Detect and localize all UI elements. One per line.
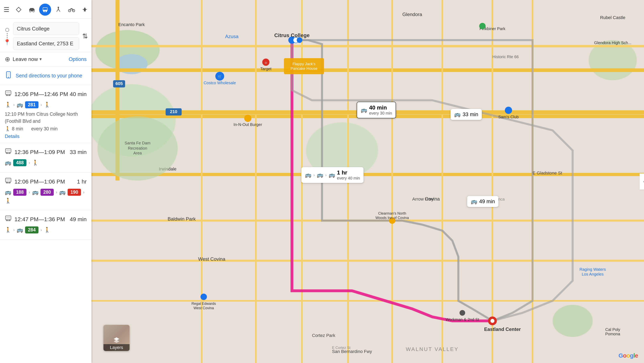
swap-button[interactable]: ⇅: [82, 32, 88, 40]
svg-text:Encanto Park: Encanto Park: [118, 22, 145, 27]
transport-btn-bike[interactable]: [66, 4, 78, 16]
route-dots: [6, 33, 8, 38]
tooltip-bus-icon-3b: 🚌: [317, 172, 323, 178]
transport-btn-drive[interactable]: [26, 4, 38, 16]
map-tooltip-33min[interactable]: 🚌 33 min: [450, 109, 482, 120]
svg-text:WALNUT VALLEY: WALNUT VALLEY: [406, 346, 459, 352]
svg-point-110: [479, 23, 486, 29]
svg-text:Historic Rte 66: Historic Rte 66: [492, 54, 519, 59]
leave-now-button[interactable]: Leave now ▾: [13, 56, 42, 62]
route-item-2[interactable]: 12:36 PM—1:09 PM 33 min 🚌 488 › 🚶: [0, 143, 92, 172]
transport-btn-logo[interactable]: [13, 4, 25, 16]
tooltip-bus-icon-3: 🚌: [305, 172, 311, 178]
tooltip-arrow-3b: ›: [325, 173, 326, 177]
tooltip-bus-icon-2: 🚌: [454, 111, 460, 118]
send-directions-label: Send directions to your phone: [16, 73, 82, 78]
left-panel: ☰ ✕: [0, 0, 92, 363]
route-2-header: 12:36 PM—1:09 PM 33 min: [5, 148, 86, 156]
origin-input[interactable]: [13, 22, 79, 35]
route-2-bus-icon: 🚌: [5, 160, 11, 166]
svg-text:Rubel Castle: Rubel Castle: [600, 15, 625, 20]
svg-text:🛒: 🛒: [218, 74, 222, 79]
options-row: ⊕ Leave now ▾ Options: [0, 52, 92, 66]
destination-input[interactable]: [13, 37, 79, 50]
tooltip-1hr-freq: every 40 min: [337, 176, 360, 180]
google-logo: Google: [618, 352, 638, 359]
route-4-tags: 🚶 › 🚌 284 › 🚶: [5, 226, 86, 234]
layers-button[interactable]: Layers: [104, 325, 130, 351]
route-list: 12:06 PM—12:46 PM 40 min 🚶 › 🚌 281 › 🚶 1…: [0, 85, 92, 363]
map-tooltip-40min[interactable]: 🚌 40 min every 30 min: [357, 102, 396, 118]
leave-now-arrow-icon: ▾: [40, 56, 42, 62]
route-4-bus-icon: 🚌: [17, 227, 23, 233]
tooltip-bus-icon-4: 🚌: [471, 198, 477, 204]
svg-text:Los Angeles: Los Angeles: [582, 272, 604, 276]
svg-rect-2: [30, 8, 34, 10]
svg-text:Glendora High Sch...: Glendora High Sch...: [594, 40, 631, 45]
transport-btn-flight[interactable]: [79, 4, 91, 16]
transport-btn-walk[interactable]: [52, 4, 64, 16]
route-item-4[interactable]: 12:47 PM—1:36 PM 49 min 🚶 › 🚌 284 › 🚶: [0, 210, 92, 240]
route-3-times: 12:06 PM—1:06 PM: [14, 178, 65, 185]
svg-text:Regal Edwards: Regal Edwards: [192, 302, 216, 306]
route-1-bus-icon: 🚌: [17, 102, 23, 108]
route-4-walk-end: 🚶: [44, 227, 50, 233]
svg-point-42: [552, 305, 593, 337]
route-1-details-link[interactable]: Details: [5, 134, 86, 139]
map-background: 210 605 Citrus College Eastland Center E…: [92, 0, 644, 363]
send-phone-icon: [5, 71, 12, 80]
svg-text:Pomona: Pomona: [605, 332, 620, 336]
send-directions-row[interactable]: Send directions to your phone: [0, 66, 92, 85]
route-3-bus-2: 🚌: [32, 189, 38, 195]
svg-point-34: [6, 220, 8, 221]
route-4-transit-icon: [5, 215, 12, 224]
svg-text:Cortez Park: Cortez Park: [312, 333, 336, 338]
route-1-header: 12:06 PM—12:46 PM 40 min: [5, 90, 86, 98]
svg-point-101: [200, 294, 207, 300]
svg-point-99: [460, 310, 465, 316]
svg-rect-18: [6, 91, 10, 94]
tooltip-bus-icon-1: 🚌: [361, 107, 367, 113]
svg-text:Eastland Center: Eastland Center: [484, 326, 521, 332]
search-area: 📍 ⇅: [0, 19, 92, 52]
route-2-tags: 🚌 488 › 🚶: [5, 159, 86, 166]
route-4-duration: 49 min: [70, 216, 86, 222]
transport-btn-transit[interactable]: [39, 4, 51, 16]
svg-point-30: [9, 182, 10, 183]
route-item-1[interactable]: 12:06 PM—12:46 PM 40 min 🚶 › 🚌 281 › 🚶 1…: [0, 85, 92, 143]
tooltip-40min-label: 40 min: [369, 104, 392, 111]
svg-text:Pancake House: Pancake House: [290, 66, 318, 70]
menu-icon[interactable]: ☰: [4, 6, 10, 14]
svg-text:Cal Poly: Cal Poly: [605, 327, 620, 332]
route-2-transit-icon: [5, 148, 12, 156]
svg-marker-123: [114, 340, 119, 343]
svg-point-4: [33, 10, 34, 12]
route-1-meta: 🚶 8 min every 30 min: [5, 126, 86, 132]
waypoints-indicator: 📍: [4, 27, 11, 45]
svg-rect-13: [70, 8, 72, 9]
add-stop-icon[interactable]: ⊕: [5, 55, 10, 63]
tooltip-33min-label: 33 min: [462, 111, 478, 118]
route-1-frequency: every 30 min: [31, 126, 58, 132]
tooltip-49min-label: 49 min: [479, 198, 495, 204]
svg-text:Clearman's North: Clearman's North: [378, 212, 406, 216]
route-1-arrow-2: ›: [40, 102, 42, 108]
route-item-3[interactable]: 12:06 PM—1:06 PM 1 hr 🚌 188 › 🚌 280 › 🚌 …: [0, 172, 92, 210]
svg-text:West Covina: West Covina: [194, 306, 214, 310]
svg-text:E Cortez St: E Cortez St: [332, 346, 350, 350]
transport-mode-bar: [13, 4, 91, 16]
svg-rect-33: [6, 216, 10, 218]
svg-text:Sam's Club: Sam's Club: [498, 115, 519, 119]
route-1-walk-end-icon: 🚶: [44, 102, 50, 108]
route-1-walk-time: 🚶 8 min: [5, 126, 23, 132]
svg-text:Costco Wholesale: Costco Wholesale: [204, 80, 236, 85]
route-4-walk-start: 🚶: [5, 227, 11, 233]
route-1-tags: 🚶 › 🚌 281 › 🚶: [5, 101, 86, 108]
route-2-times: 12:36 PM—1:09 PM: [14, 149, 65, 156]
svg-text:605: 605: [116, 81, 123, 86]
options-link[interactable]: Options: [68, 56, 86, 62]
map-tooltip-1hr[interactable]: 🚌 › 🚌 › 🚌 1 hr every 40 min: [301, 167, 364, 183]
svg-text:Citrus College: Citrus College: [274, 32, 310, 38]
map-tooltip-49min[interactable]: 🚌 49 min: [467, 196, 498, 207]
route-3-tag-280: 280: [40, 189, 54, 196]
